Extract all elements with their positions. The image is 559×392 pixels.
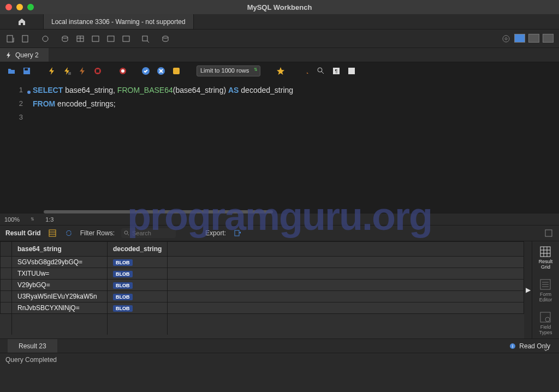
svg-line-11 bbox=[147, 41, 149, 43]
limit-rows-label: Limit to 1000 rows bbox=[200, 67, 249, 74]
svg-point-2 bbox=[43, 36, 48, 41]
minimize-window-button[interactable] bbox=[16, 4, 23, 10]
autocommit-icon[interactable] bbox=[171, 66, 181, 76]
open-file-icon[interactable] bbox=[7, 66, 16, 76]
result-grid-tool[interactable]: Result Grid bbox=[539, 246, 553, 270]
create-schema-icon[interactable] bbox=[60, 34, 70, 44]
line-number: 3 bbox=[0, 113, 33, 121]
right-panel-toggle[interactable] bbox=[543, 34, 554, 43]
line-number: 1 bbox=[0, 86, 33, 94]
editor-line: 3 bbox=[0, 110, 559, 124]
svg-rect-24 bbox=[173, 68, 180, 74]
svg-rect-37 bbox=[540, 247, 550, 257]
commit-icon[interactable] bbox=[141, 66, 151, 76]
connection-tab-bar: Local instance 3306 - Warning - not supp… bbox=[0, 14, 559, 29]
svg-rect-36 bbox=[545, 230, 552, 236]
explain-icon[interactable] bbox=[78, 66, 87, 76]
expand-arrow-icon[interactable]: ▶ bbox=[526, 286, 531, 294]
result-grid-icon[interactable] bbox=[47, 228, 57, 238]
settings-gear-icon[interactable] bbox=[501, 34, 511, 44]
create-view-icon[interactable] bbox=[91, 34, 100, 44]
query-tab-bar: Query 2 bbox=[0, 48, 559, 62]
export-icon[interactable] bbox=[233, 228, 242, 238]
inspector-icon[interactable] bbox=[40, 34, 50, 44]
reconnect-icon[interactable] bbox=[160, 34, 170, 44]
toggle-icon[interactable] bbox=[118, 66, 128, 76]
editor-toolbar: Limit to 1000 rows ⇅ ¶ bbox=[0, 62, 559, 80]
svg-rect-8 bbox=[108, 36, 114, 41]
main-toolbar bbox=[0, 29, 559, 48]
refresh-icon[interactable] bbox=[64, 228, 74, 238]
svg-rect-1 bbox=[22, 35, 28, 42]
results-toolbar: Result Grid Filter Rows: Export: bbox=[0, 225, 559, 241]
connection-tab[interactable]: Local instance 3306 - Warning - not supp… bbox=[44, 14, 194, 29]
svg-rect-7 bbox=[92, 36, 99, 41]
wrap-icon[interactable]: ¶ bbox=[331, 66, 341, 76]
table-row[interactable]: RnJvbSBCYXNlNjQ=BLOB bbox=[1, 302, 524, 314]
query-tab[interactable]: Query 2 bbox=[0, 48, 49, 62]
form-editor-tool[interactable]: Form Editor bbox=[539, 278, 552, 302]
window-title: MySQL Workbench bbox=[247, 3, 312, 11]
svg-rect-9 bbox=[123, 36, 129, 41]
search-table-data-icon[interactable] bbox=[141, 34, 151, 44]
word-wrap-icon[interactable] bbox=[347, 66, 356, 76]
field-types-icon bbox=[539, 311, 551, 323]
beautify-icon[interactable] bbox=[276, 66, 286, 76]
table-row[interactable]: SGVsbG8gd29ybGQ=BLOB bbox=[1, 257, 524, 268]
horizontal-scrollbar[interactable] bbox=[44, 210, 273, 213]
table-row[interactable]: V29ybGQ=BLOB bbox=[1, 280, 524, 291]
export-label: Export: bbox=[205, 229, 226, 237]
editor-line: 2 FROM encoded_strings; bbox=[0, 97, 559, 110]
svg-rect-35 bbox=[235, 230, 239, 236]
svg-point-14 bbox=[505, 38, 507, 40]
bottom-panel-toggle[interactable] bbox=[528, 34, 539, 43]
column-header[interactable]: decoded_string bbox=[108, 242, 168, 257]
svg-point-47 bbox=[545, 317, 550, 322]
sql-editor[interactable]: 1 SELECT base64_string, FROM_BASE64(base… bbox=[0, 80, 559, 213]
execute-icon[interactable] bbox=[47, 66, 57, 76]
zoom-level[interactable]: 100% bbox=[4, 216, 20, 223]
create-table-icon[interactable] bbox=[75, 34, 85, 44]
window-controls bbox=[5, 4, 34, 10]
status-text: Query Completed bbox=[5, 356, 57, 364]
info-icon: i bbox=[509, 343, 516, 349]
svg-text:¶: ¶ bbox=[335, 68, 338, 74]
status-bar: Query Completed bbox=[0, 353, 559, 366]
left-panel-toggle[interactable] bbox=[514, 34, 525, 43]
save-file-icon[interactable] bbox=[22, 66, 32, 76]
svg-line-34 bbox=[128, 234, 129, 235]
create-procedure-icon[interactable] bbox=[106, 34, 116, 44]
limit-rows-select[interactable]: Limit to 1000 rows ⇅ bbox=[197, 66, 260, 76]
home-tab[interactable] bbox=[0, 14, 44, 29]
cursor-position: 1:3 bbox=[45, 216, 53, 223]
open-sql-file-icon[interactable] bbox=[21, 34, 31, 44]
svg-rect-30 bbox=[49, 230, 56, 236]
execute-current-icon[interactable] bbox=[62, 66, 72, 76]
svg-text:i: i bbox=[512, 343, 513, 349]
maximize-window-button[interactable] bbox=[27, 4, 34, 10]
rollback-icon[interactable] bbox=[156, 66, 166, 76]
result-grid[interactable]: base64_string decoded_string SGVsbG8gd29… bbox=[0, 241, 524, 338]
find-icon[interactable] bbox=[301, 66, 311, 76]
zoom-arrows-icon[interactable]: ⇅ bbox=[31, 217, 34, 222]
new-sql-tab-icon[interactable] bbox=[5, 34, 15, 44]
titlebar: MySQL Workbench bbox=[0, 0, 559, 14]
column-header[interactable]: base64_string bbox=[12, 242, 108, 257]
field-types-tool[interactable]: Field Types bbox=[539, 311, 552, 335]
result-tab[interactable]: Result 23 bbox=[8, 339, 57, 353]
line-number: 2 bbox=[0, 99, 33, 108]
close-window-button[interactable] bbox=[5, 4, 12, 10]
table-row[interactable]: U3RyaW5nIEVuY29kaW5nBLOB bbox=[1, 291, 524, 302]
stop-icon[interactable] bbox=[93, 66, 103, 76]
create-function-icon[interactable] bbox=[121, 34, 131, 44]
result-grid-label: Result Grid bbox=[5, 229, 41, 237]
table-row[interactable]: TXlTUUw=BLOB bbox=[1, 268, 524, 280]
query-tab-label: Query 2 bbox=[15, 51, 39, 59]
svg-point-12 bbox=[163, 36, 168, 38]
invisible-chars-icon[interactable] bbox=[316, 66, 326, 76]
svg-rect-19 bbox=[96, 69, 99, 73]
select-arrows-icon: ⇅ bbox=[254, 67, 258, 72]
svg-rect-29 bbox=[348, 68, 355, 74]
column-header-empty bbox=[168, 242, 524, 257]
wrap-cells-icon[interactable] bbox=[544, 228, 554, 238]
